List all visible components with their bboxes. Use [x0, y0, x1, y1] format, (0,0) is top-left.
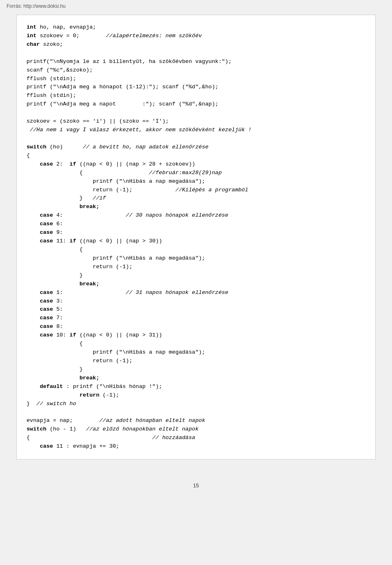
comment-9: // switch ho: [36, 401, 76, 407]
keyword-case-7: case: [40, 315, 53, 321]
comment-2: //Ha nem i vagy I válasz érkezett, akkor…: [30, 127, 252, 133]
keyword-case-3: case: [40, 298, 53, 304]
comment-8: // 31 napos hónapok ellenőrzése: [126, 289, 228, 296]
keyword-break-1: break;: [80, 204, 100, 210]
keyword-switch: switch: [27, 144, 47, 150]
comment-3: // a bevitt ho, nap adatok ellenőrzése: [83, 144, 209, 150]
keyword-case-11b: case: [40, 443, 53, 449]
comment-4: //február:max28(29)nap: [149, 170, 222, 176]
comment-6: //if: [93, 195, 106, 201]
keyword-case-11: case: [40, 238, 53, 244]
keyword-case-10: case: [40, 332, 53, 338]
keyword-if-1: if: [69, 161, 76, 167]
keyword-default: default: [40, 383, 63, 390]
keyword-if-3: if: [69, 332, 76, 338]
comment-10: //az adott hónapban eltelt napok: [99, 417, 205, 424]
keyword-break-2: break;: [80, 281, 100, 287]
keyword-char: char: [27, 41, 40, 47]
comment-1: //alapértelmezés: nem szökőév: [106, 33, 202, 39]
keyword-int: int: [27, 24, 36, 30]
keyword-case-5: case: [40, 306, 53, 312]
page-wrapper: int ho, nap, evnapja; int szokoev = 0; /…: [0, 11, 392, 476]
keyword-case-1: case: [40, 289, 53, 296]
page-number: 15: [193, 482, 199, 489]
keyword-break-3: break;: [80, 375, 100, 381]
code-block: int ho, nap, evnapja; int szokoev = 0; /…: [16, 15, 376, 460]
keyword-if-2: if: [69, 238, 76, 244]
comment-11: //az előző hónapokban eltelt napok: [86, 426, 198, 432]
keyword-return: return: [80, 392, 100, 398]
comment-7: // 30 napos hónapok ellenőrzése: [126, 212, 228, 218]
comment-12: // hozzáadása: [152, 435, 195, 441]
keyword-switch-2: switch: [27, 426, 47, 432]
page-footer: 15: [0, 476, 392, 492]
keyword-case-4: case: [40, 212, 53, 218]
keyword-case-8: case: [40, 323, 53, 330]
keyword-case-2: case: [40, 161, 53, 167]
keyword-int2: int: [27, 33, 36, 39]
page-header: Forrás: http://www.doksi.hu: [0, 0, 392, 11]
comment-5: //Kilépés a programból: [176, 187, 248, 193]
keyword-case-6: case: [40, 221, 53, 227]
keyword-case-9: case: [40, 229, 53, 235]
